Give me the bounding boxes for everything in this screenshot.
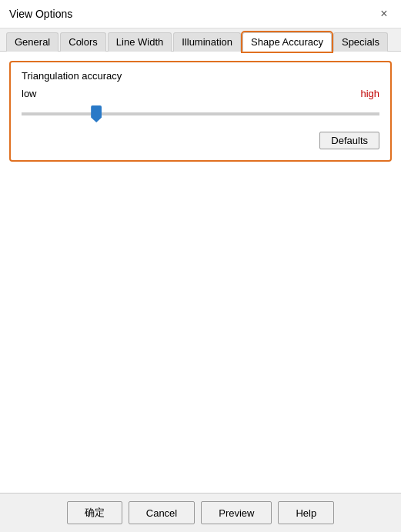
- tab-line-width[interactable]: Line Width: [108, 32, 172, 52]
- content-area: Triangulation accuracy low high Defaults: [0, 52, 401, 493]
- label-high: high: [360, 88, 379, 99]
- section-title: Triangulation accuracy: [22, 70, 379, 82]
- label-low: low: [22, 88, 37, 99]
- help-button[interactable]: Help: [278, 501, 334, 524]
- triangulation-section: Triangulation accuracy low high Defaults: [9, 61, 392, 162]
- tab-bar: GeneralColorsLine WidthIlluminationShape…: [0, 28, 401, 52]
- tab-general[interactable]: General: [6, 32, 58, 52]
- close-button[interactable]: ×: [376, 6, 392, 22]
- cancel-button[interactable]: Cancel: [129, 501, 195, 524]
- tab-shape-accuracy[interactable]: Shape Accuracy: [242, 32, 332, 52]
- title-bar: View Options ×: [0, 0, 401, 28]
- slider-container[interactable]: [22, 102, 379, 125]
- tab-colors[interactable]: Colors: [60, 32, 106, 52]
- ok-button[interactable]: 确定: [67, 501, 122, 524]
- defaults-button[interactable]: Defaults: [319, 132, 379, 149]
- window-title: View Options: [9, 8, 72, 20]
- accuracy-slider[interactable]: [22, 112, 379, 115]
- tab-illumination[interactable]: Illumination: [173, 32, 241, 52]
- slider-labels: low high: [22, 88, 379, 99]
- tab-specials[interactable]: Specials: [333, 32, 388, 52]
- defaults-row: Defaults: [22, 132, 379, 149]
- preview-button[interactable]: Preview: [201, 501, 272, 524]
- bottom-bar: 确定CancelPreviewHelp: [0, 493, 401, 532]
